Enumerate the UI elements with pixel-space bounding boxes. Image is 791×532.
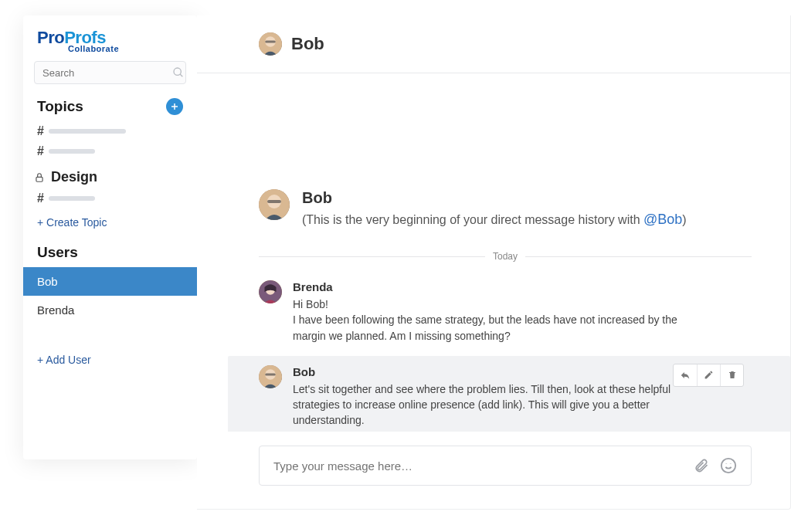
design-header[interactable]: Design [23, 161, 197, 188]
edit-icon[interactable] [697, 364, 720, 386]
intro-suffix: ) [682, 213, 686, 226]
message-text: Let's sit together and see where the pro… [293, 381, 694, 429]
svg-rect-4 [36, 177, 42, 181]
user-label: Brenda [37, 303, 74, 317]
logo-sub: Collaborate [68, 45, 183, 53]
logo: ProProfs Collaborate [23, 29, 197, 61]
design-title: Design [51, 169, 97, 185]
svg-point-16 [721, 459, 735, 473]
svg-rect-15 [265, 373, 276, 375]
date-divider: Today [259, 251, 752, 262]
search-icon [172, 66, 185, 79]
user-item-brenda[interactable]: Brenda [23, 296, 197, 324]
svg-rect-10 [267, 200, 281, 203]
chat-intro: Bob (This is the very beginning of your … [259, 189, 752, 228]
chat-panel: Bob Bob (This is the very beginning of y… [197, 15, 791, 510]
placeholder-bar [49, 149, 95, 154]
delete-icon[interactable] [720, 364, 743, 386]
chat-header: Bob [197, 15, 790, 73]
user-item-bob[interactable]: Bob [23, 267, 197, 296]
placeholder-bar [49, 196, 95, 201]
hash-icon: # [37, 124, 44, 138]
divider-label: Today [493, 251, 518, 262]
users-title: Users [37, 244, 183, 261]
placeholder-bar [49, 129, 126, 134]
reply-icon[interactable] [674, 364, 697, 386]
svg-rect-7 [265, 41, 276, 43]
user-item-placeholder [23, 324, 197, 334]
create-topic-link[interactable]: + Create Topic [23, 208, 197, 236]
topic-item[interactable]: # [23, 141, 197, 161]
composer-input[interactable] [273, 459, 683, 473]
avatar-bob [259, 189, 290, 220]
avatar-brenda [259, 280, 282, 303]
message-row: Brenda Hi Bob! I have been following the… [259, 273, 752, 351]
logo-pro: Pro [37, 28, 64, 47]
hash-icon: # [37, 144, 44, 158]
app-root: ProProfs Collaborate Topics # # [0, 0, 791, 532]
add-user-link[interactable]: + Add User [23, 343, 197, 366]
avatar-bob [259, 32, 282, 56]
chat-title: Bob [291, 34, 324, 54]
search-box[interactable] [34, 61, 186, 84]
attach-icon[interactable] [694, 458, 709, 473]
topic-item[interactable]: # [23, 121, 197, 141]
user-label: Bob [37, 275, 58, 288]
message-text: Hi Bob! I have been following the same s… [293, 296, 694, 344]
intro-mention[interactable]: @Bob [643, 212, 682, 227]
user-item-placeholder [23, 334, 197, 343]
message-actions [673, 364, 744, 387]
chat-body: Bob (This is the very beginning of your … [197, 73, 790, 432]
intro-text: (This is the very beginning of your dire… [302, 212, 687, 228]
add-topic-button[interactable] [166, 98, 183, 115]
svg-point-0 [174, 68, 181, 75]
message-row-active: Bob Let's sit together and see where the… [228, 356, 790, 432]
intro-name: Bob [302, 189, 687, 207]
lock-icon [34, 172, 45, 183]
search-input[interactable] [42, 67, 172, 79]
svg-line-1 [180, 74, 182, 76]
emoji-icon[interactable] [720, 457, 737, 474]
topics-header: Topics [23, 84, 197, 121]
intro-prefix: (This is the very beginning of your dire… [302, 213, 643, 226]
topic-item[interactable]: # [23, 188, 197, 208]
topics-title: Topics [37, 98, 158, 115]
sidebar: ProProfs Collaborate Topics # # [23, 15, 197, 459]
hash-icon: # [37, 191, 44, 205]
message-author: Brenda [293, 280, 752, 293]
users-header: Users [23, 236, 197, 267]
composer-area [197, 432, 790, 509]
message-composer[interactable] [259, 446, 752, 486]
avatar-bob [259, 365, 282, 388]
